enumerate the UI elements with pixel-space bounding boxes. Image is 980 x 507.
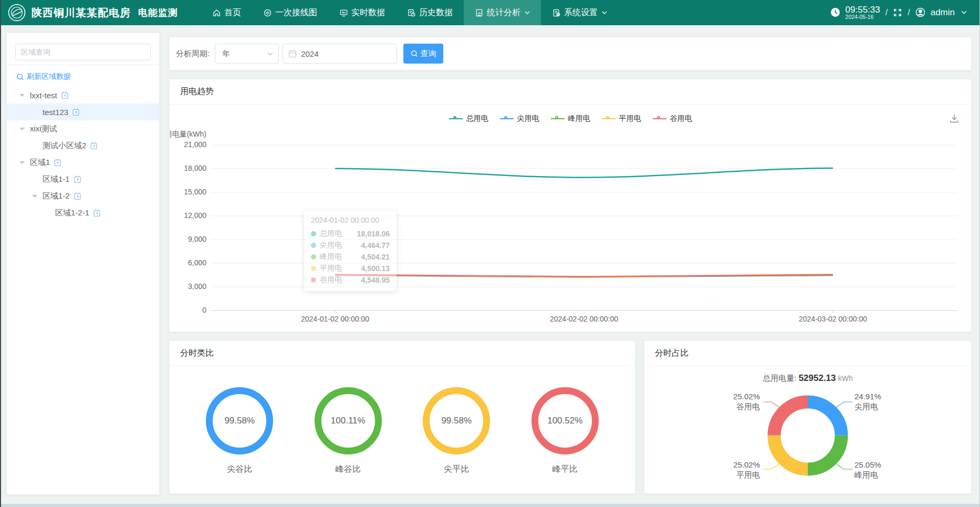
svg-text:2024-02-02 00:00:00: 2024-02-02 00:00:00: [550, 315, 618, 323]
home-icon: [212, 8, 221, 17]
calendar-icon: [288, 49, 297, 58]
caret-down-icon[interactable]: [19, 128, 25, 133]
region-search-wrap: [7, 33, 159, 65]
trend-panel: 用电趋势 总用电 尖用电 峰用电 平用电 谷用电 用电量(kWh) 21,000…: [169, 79, 972, 332]
x-axis-labels: 2024-01-02 00:00:00 2024-02-02 00:00:00 …: [301, 315, 867, 323]
fullscreen-icon[interactable]: [893, 8, 902, 17]
donut-slices: [774, 402, 841, 469]
svg-text:平用电: 平用电: [736, 470, 760, 479]
legend-marker: [653, 118, 666, 119]
clock-icon: [830, 7, 840, 17]
brand-subtitle: 电能监测: [138, 6, 178, 19]
chevron-down-icon: [525, 11, 530, 14]
legend-item-peak[interactable]: 峰用电: [551, 114, 590, 123]
trend-series-lines: [335, 168, 833, 277]
caret-down-icon[interactable]: [19, 161, 25, 167]
time-share-title: 分时占比: [644, 341, 971, 366]
gauge-peak-valley: 100.11% 峰谷比: [315, 387, 382, 475]
user-name[interactable]: admin: [931, 7, 955, 18]
chart-legend: 总用电 尖用电 峰用电 平用电 谷用电: [170, 111, 971, 127]
tree-item-region1-2[interactable]: 区域1-2: [7, 188, 159, 204]
chevron-down-icon: [602, 11, 607, 14]
tree-item-test123[interactable]: test123: [7, 104, 159, 120]
wiring-diagram-icon: [263, 8, 272, 17]
separator: /: [885, 8, 888, 17]
analysis-period-label: 分析周期:: [176, 49, 210, 59]
svg-text:25.02%: 25.02%: [733, 460, 760, 469]
tree-item-region1-1[interactable]: 区域1-1: [7, 171, 159, 188]
y-axis-name: 用电量(kWh): [170, 130, 206, 138]
gauge-sharp-flat: 99.58% 尖平比: [423, 387, 490, 475]
region-search-input[interactable]: [15, 44, 151, 60]
window-edge: [1, 504, 979, 507]
menu-item-home[interactable]: 首页: [201, 0, 252, 25]
tree-item-region1[interactable]: 区域1: [7, 154, 159, 171]
time-share-panel: 分时占比 总用电量: 52952.13 kWh 25.02% 谷用电 2: [644, 340, 972, 494]
total-energy-line: 总用电量: 52952.13 kWh: [644, 373, 971, 384]
trend-chart[interactable]: 用电量(kWh) 21,00018,000 15,00012,000 9,000…: [170, 129, 972, 329]
y-axis-labels: 21,00018,000 15,00012,000 9,0006,000 3,0…: [184, 140, 206, 314]
region-tree: lxxt-test test123 xixi测试 测试小区域2 区域1: [7, 86, 159, 221]
region-sidebar: 刷新区域数据 lxxt-test test123 xixi测试 测试小区域2: [6, 33, 160, 495]
tree-item-test-subregion2[interactable]: 测试小区域2: [7, 137, 159, 154]
chevron-down-icon[interactable]: [961, 11, 967, 14]
legend-marker: [602, 118, 616, 119]
caret-down-icon[interactable]: [32, 195, 37, 200]
gauge-ring: 99.58%: [206, 387, 273, 454]
brand: 陕西铜川某某配电房 电能监测: [1, 3, 178, 22]
download-chart-icon[interactable]: [949, 113, 960, 123]
filter-bar: 分析周期: 年 2024 查询: [169, 37, 972, 70]
legend-item-sharp[interactable]: 尖用电: [500, 114, 539, 123]
legend-marker: [449, 118, 463, 119]
statistics-icon: [475, 8, 484, 17]
query-button[interactable]: 查询: [403, 44, 443, 64]
search-icon: [16, 73, 24, 81]
meter-icon: [54, 158, 61, 167]
svg-text:12,000: 12,000: [184, 211, 206, 220]
period-select[interactable]: 年: [215, 44, 279, 64]
time-ratio-title: 分时类比: [170, 341, 635, 366]
svg-text:2024-03-02 00:00:00: 2024-03-02 00:00:00: [799, 315, 867, 323]
menu-item-realtime-data[interactable]: 实时数据: [328, 0, 396, 25]
menu-item-settings[interactable]: 系统设置: [541, 0, 618, 25]
tree-item-xixi-test[interactable]: xixi测试: [7, 120, 159, 137]
svg-text:15,000: 15,000: [184, 188, 206, 196]
tree-item-lxxt-test[interactable]: lxxt-test: [7, 87, 159, 104]
app-window: 陕西铜川某某配电房 电能监测 首页 一次接线图 实时数据 历史数据 统: [0, 0, 980, 507]
menu-item-history-data[interactable]: 历史数据: [396, 0, 464, 25]
caret-down-icon[interactable]: [19, 94, 25, 99]
chevron-down-icon: [267, 52, 273, 56]
meter-icon: [72, 108, 80, 116]
meter-icon: [74, 192, 81, 200]
legend-item-total[interactable]: 总用电: [449, 114, 488, 123]
refresh-region-link[interactable]: 刷新区域数据: [7, 65, 159, 86]
gridlines: [211, 145, 957, 287]
date-value: 2024-05-16: [846, 14, 880, 20]
svg-text:6,000: 6,000: [188, 258, 206, 267]
main-menu: 首页 一次接线图 实时数据 历史数据 统计分析 系统设置: [201, 0, 618, 25]
legend-item-flat[interactable]: 平用电: [602, 114, 641, 123]
legend-marker: [551, 118, 565, 119]
share-donut-chart: 25.02% 谷用电 24.91% 尖用电 25.05% 峰用电 25.02% …: [644, 385, 972, 492]
meter-icon: [74, 175, 81, 183]
gauge-row: 99.58% 尖谷比 100.11% 峰谷比 99.58% 尖平比 100.52…: [170, 366, 635, 475]
search-icon: [411, 50, 418, 57]
legend-marker: [500, 118, 514, 119]
meter-icon: [61, 91, 69, 99]
clock-display: 09:55:33 2024-05-16: [846, 5, 880, 20]
legend-item-valley[interactable]: 谷用电: [653, 114, 692, 123]
time-ratio-panel: 分时类比 99.58% 尖谷比 100.11% 峰谷比 99.58% 尖平比 1…: [169, 340, 635, 494]
tree-item-region1-2-1[interactable]: 区域1-2-1: [7, 204, 159, 221]
gauge-sharp-valley: 99.58% 尖谷比: [206, 387, 273, 475]
year-picker[interactable]: 2024: [283, 44, 397, 64]
meter-icon: [90, 141, 98, 150]
top-nav: 陕西铜川某某配电房 电能监测 首页 一次接线图 实时数据 历史数据 统: [1, 0, 979, 25]
menu-item-statistics[interactable]: 统计分析: [464, 0, 541, 25]
menu-item-wiring-diagram[interactable]: 一次接线图: [252, 0, 328, 25]
realtime-data-icon: [339, 8, 348, 17]
brand-title: 陕西铜川某某配电房: [32, 6, 131, 20]
svg-text:18,000: 18,000: [184, 164, 206, 172]
meter-icon: [93, 209, 101, 217]
history-data-icon: [407, 8, 416, 17]
svg-text:0: 0: [202, 306, 206, 314]
